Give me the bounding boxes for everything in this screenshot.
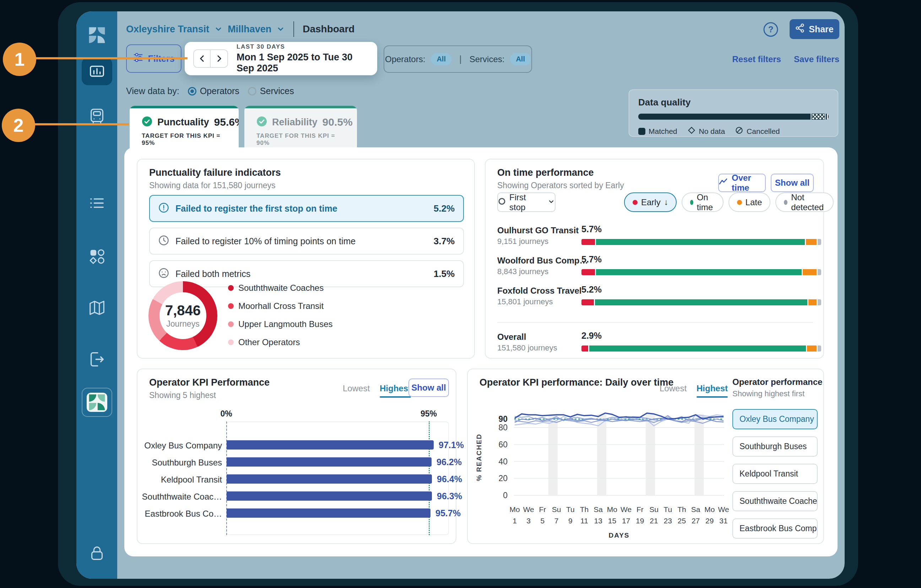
sidebar-item-nav-map[interactable]	[76, 297, 117, 319]
punctuality-failure-card: Punctuality failure indicators Showing d…	[137, 159, 475, 359]
show-all-button[interactable]: Show all	[771, 174, 814, 192]
radio-off-icon	[248, 87, 256, 96]
stacked-bar	[581, 346, 821, 351]
donut-legend-item: Souththwaite Coaches	[228, 283, 333, 293]
shapes-icon	[87, 247, 107, 266]
tab-value: 95.6%	[214, 116, 239, 128]
failure-row-label: Failed to register 10% of timing points …	[176, 236, 356, 247]
services-filter-value[interactable]: All	[510, 53, 530, 65]
pill-on-time[interactable]: On time	[682, 192, 723, 212]
status-dot-icon	[737, 200, 742, 205]
sidebar-item-nav-dashboard[interactable]	[82, 57, 112, 85]
over-time-label: Over time	[732, 173, 765, 193]
next-period-button[interactable]	[211, 50, 227, 67]
operator-button-southburgh-buses[interactable]: Southburgh Buses	[732, 436, 818, 456]
failure-row-value: 1.5%	[434, 268, 455, 279]
bar-segment	[589, 346, 806, 351]
legend-label: Other Operators	[238, 337, 300, 347]
trend-line-icon	[719, 178, 728, 188]
main-panel: Punctuality failure indicators Showing d…	[124, 147, 838, 556]
legend-label: Souththwaite Coaches	[238, 283, 324, 293]
pill-late[interactable]: Late	[729, 192, 771, 212]
operator-button-keldpool-transit[interactable]: Keldpool Transit	[732, 464, 818, 484]
sidebar-item-nav-app[interactable]	[82, 388, 112, 417]
failure-row-timing-points[interactable]: Failed to register 10% of timing points …	[149, 227, 464, 255]
share-icon	[795, 23, 804, 35]
chevron-down-icon	[548, 197, 555, 207]
daily-over-time-card: 02040608090Mo1We3Fr5Su7Tu9Th11Sa13Mo15We…	[467, 369, 824, 544]
donut-legend-item: Other Operators	[228, 337, 333, 347]
reset-filters-link[interactable]: Reset filters	[732, 54, 781, 64]
failure-row-value: 5.2%	[434, 203, 455, 214]
lowest-toggle[interactable]: Lowest	[660, 383, 687, 393]
prev-period-button[interactable]	[194, 50, 211, 67]
failure-row-first-stop[interactable]: Failed to register the first stop on tim…	[149, 195, 464, 222]
operator-button-oxley-bus-company[interactable]: Oxley Bus Company	[732, 409, 818, 429]
legend-label: No data	[699, 127, 725, 136]
tab-punctuality[interactable]: Punctuality 95.6% TARGET FOR THIS KPI = …	[130, 106, 239, 148]
save-filters-link[interactable]: Save filters	[794, 54, 839, 64]
svg-text:?: ?	[768, 24, 774, 34]
over-time-button[interactable]: Over time	[718, 174, 766, 192]
logo-icon	[88, 26, 106, 44]
tab-target: TARGET FOR THIS KPI = 95%	[142, 132, 228, 147]
dropdown-value: First stop	[509, 192, 544, 212]
lowest-toggle[interactable]: Lowest	[343, 383, 370, 393]
legend-matched: Matched	[638, 127, 677, 136]
sidebar-item-nav-logout[interactable]	[76, 348, 117, 371]
chevron-down-icon[interactable]	[214, 25, 223, 33]
svg-text:Mo: Mo	[509, 505, 520, 513]
bar-segment	[809, 299, 817, 305]
status-filter-pills: Early↓On timeLateNot detected	[624, 192, 834, 212]
sidebar-item-nav-categories[interactable]	[76, 245, 117, 268]
svg-text:5: 5	[540, 517, 545, 525]
operator-name: Overall	[497, 332, 526, 342]
pill-early[interactable]: Early↓	[624, 192, 677, 212]
radio-services[interactable]: Services	[248, 86, 294, 96]
radio-operators[interactable]: Operators	[188, 86, 239, 96]
square-icon	[638, 128, 645, 135]
highest-toggle[interactable]: Highest	[696, 383, 728, 393]
status-dot-icon	[784, 200, 788, 205]
pill-not-detected[interactable]: Not detected	[775, 192, 834, 212]
logout-icon	[87, 350, 107, 369]
help-button[interactable]: ?	[762, 21, 779, 39]
operators-filter-value[interactable]: All	[431, 53, 451, 65]
view-by-label: View data by:	[126, 86, 179, 96]
show-all-button[interactable]: Show all	[408, 378, 449, 397]
operator-button-souththwaite-coaches[interactable]: Souththwaite Coaches	[732, 491, 818, 511]
operator-name: Foxfold Cross Travel	[497, 286, 581, 296]
svg-text:31: 31	[719, 517, 727, 525]
tab-reliability[interactable]: Reliability 90.5% TARGET FOR THIS KPI = …	[244, 106, 357, 152]
operator-button-eastbrook-bus-compa[interactable]: Eastbrook Bus Compa…	[732, 518, 818, 539]
svg-text:60: 60	[498, 440, 508, 449]
first-stop-dropdown[interactable]: First stop	[497, 192, 555, 212]
highest-toggle[interactable]: Highest	[380, 383, 411, 393]
stacked-bar	[581, 239, 821, 245]
data-quality-bar	[638, 114, 829, 120]
kpi-bar	[226, 474, 432, 484]
bar-segment	[596, 269, 802, 275]
sidebar-item-nav-list[interactable]	[76, 192, 117, 214]
org-selector[interactable]: Oxleyshire Transit	[126, 24, 209, 35]
data-quality-segment-matched	[638, 114, 810, 120]
operator-name: Woolford Bus Comp…	[497, 256, 588, 266]
svg-text:17: 17	[622, 517, 630, 525]
share-button[interactable]: Share	[789, 19, 839, 39]
legend-dot-icon	[228, 322, 234, 327]
legend-cancelled: Cancelled	[735, 126, 779, 136]
donut-legend: Souththwaite CoachesMoorhall Cross Trans…	[228, 283, 333, 347]
legend-dot-icon	[228, 339, 234, 345]
chevron-down-icon[interactable]	[276, 25, 285, 33]
app-icon	[88, 393, 106, 411]
region-selector[interactable]: Millhaven	[228, 24, 271, 35]
svg-text:15: 15	[608, 517, 616, 525]
svg-text:0: 0	[503, 491, 508, 500]
svg-text:Su: Su	[552, 505, 561, 513]
sidebar-item-nav-lock[interactable]	[76, 542, 117, 565]
check-circle-icon	[142, 116, 152, 128]
bar-segment	[818, 346, 821, 351]
radio-operators-label: Operators	[200, 86, 239, 96]
divider	[497, 322, 813, 323]
operator-performance-list: Oxley Bus CompanySouthburgh BusesKeldpoo…	[732, 409, 818, 539]
